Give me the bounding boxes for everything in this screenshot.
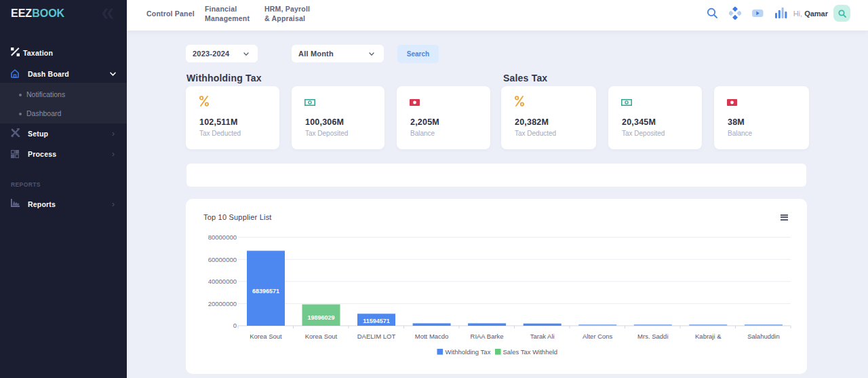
- svg-text:11594571: 11594571: [363, 318, 390, 324]
- svg-text:DAELIM LOT: DAELIM LOT: [357, 333, 396, 340]
- svg-text:Sales Tax Withheld: Sales Tax Withheld: [503, 348, 558, 356]
- svg-text:68396571: 68396571: [252, 288, 279, 295]
- svg-text:19896029: 19896029: [307, 314, 334, 321]
- svg-text:Alter Cons: Alter Cons: [583, 333, 613, 340]
- svg-text:40000000: 40000000: [208, 278, 237, 285]
- svg-text:Salahuddin: Salahuddin: [747, 333, 780, 340]
- svg-text:20000000: 20000000: [208, 300, 237, 307]
- svg-text:60000000: 60000000: [208, 256, 237, 263]
- svg-text:Korea Sout: Korea Sout: [305, 333, 338, 340]
- svg-text:Tarak Ali: Tarak Ali: [530, 333, 555, 340]
- svg-text:RIAA Barke: RIAA Barke: [471, 333, 504, 340]
- svg-text:Withholding Tax: Withholding Tax: [446, 348, 491, 356]
- svg-text:0: 0: [233, 322, 237, 329]
- svg-text:Kabraji &: Kabraji &: [695, 333, 722, 340]
- svg-text:Mrs. Saddi: Mrs. Saddi: [637, 333, 668, 340]
- svg-text:80000000: 80000000: [208, 233, 237, 241]
- svg-text:Korea Sout: Korea Sout: [250, 333, 282, 340]
- svg-text:Mott Macdo: Mott Macdo: [415, 333, 449, 340]
